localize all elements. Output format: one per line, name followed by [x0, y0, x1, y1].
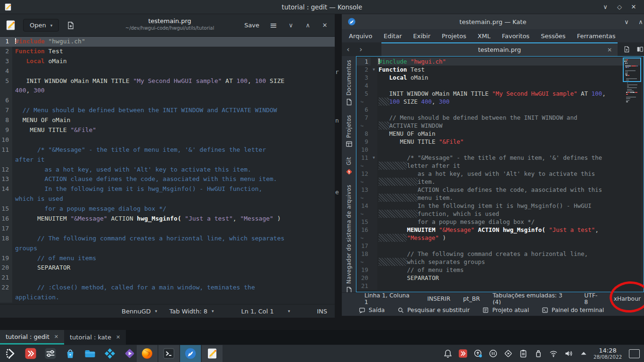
- tab-close-icon[interactable]: ✕: [116, 334, 120, 340]
- gedit-close-icon[interactable]: ✕: [322, 22, 328, 29]
- code-line[interactable]: 12 as a hot key, used with 'Alt' key to …: [0, 165, 335, 175]
- code-line[interactable]: 21: [356, 282, 644, 290]
- code-line[interactable]: ↪"Message" ): [356, 234, 644, 242]
- fold-arrow-icon[interactable]: ▼: [371, 66, 377, 74]
- code-line[interactable]: 7 // Menu should be defined between the …: [0, 106, 335, 115]
- code-line[interactable]: 14 In the following item it is hwg_Msgin…: [356, 202, 644, 210]
- tray-media-diamond-icon[interactable]: [504, 349, 513, 358]
- show-desktop-button[interactable]: [629, 349, 640, 358]
- code-line[interactable]: 14 In the following item it is hwg_Msgin…: [0, 184, 335, 194]
- code-line[interactable]: 9 MENU TITLE "&File": [0, 125, 335, 135]
- code-line[interactable]: 22 // :Close() method, called for a main…: [0, 283, 335, 293]
- tray-chevron-up-icon[interactable]: [579, 349, 588, 358]
- tab-close-icon[interactable]: ✕: [54, 334, 58, 340]
- launcher-dolphin-icon[interactable]: [84, 347, 96, 360]
- language-selector[interactable]: BennuGD ▾: [122, 308, 157, 315]
- cursor-position[interactable]: Ln 1, Col 1: [241, 308, 273, 315]
- menu-xml[interactable]: XML: [478, 33, 490, 40]
- gedit-code-area[interactable]: 1#include "hwgui.ch"2Function Test3 Loca…: [0, 37, 335, 304]
- code-line[interactable]: 15 for a popup message dialog box */: [0, 204, 335, 214]
- code-line[interactable]: 1#include "hwgui.ch": [356, 58, 644, 66]
- launcher-tweaks-icon[interactable]: [44, 347, 57, 360]
- code-line[interactable]: which is used: [0, 194, 335, 204]
- code-line[interactable]: 17: [356, 242, 644, 250]
- tray-pause-icon[interactable]: [488, 349, 498, 358]
- code-line[interactable]: 13 ACTION clause defines the code, aasoc…: [356, 186, 644, 194]
- code-line[interactable]: 20 SEPARATOR: [356, 274, 644, 282]
- chevron-down-icon[interactable]: ▾: [288, 309, 290, 313]
- code-line[interactable]: 15 for a popup message dialog box */: [356, 218, 644, 226]
- task-gedit[interactable]: [202, 345, 223, 362]
- code-line[interactable]: 21: [0, 273, 335, 283]
- menu-exibir[interactable]: Exibir: [413, 33, 430, 40]
- scrollbar[interactable]: [641, 57, 644, 292]
- menu-favoritos[interactable]: Favoritos: [502, 33, 529, 40]
- tool-button-search[interactable]: Pesquisar e substituir: [397, 307, 470, 313]
- code-line[interactable]: ↪item.: [356, 178, 644, 186]
- konsole-tab-tutorial-kate[interactable]: tutorial : kate✕: [64, 330, 126, 345]
- konsole-tab-tutorial-gedit[interactable]: tutorial : gedit✕: [0, 330, 64, 345]
- code-line[interactable]: application.: [0, 293, 335, 303]
- code-line[interactable]: 2▼Function Test: [356, 66, 644, 74]
- code-line[interactable]: 4: [356, 82, 644, 90]
- code-line[interactable]: 10: [356, 146, 644, 154]
- kate-maximize-icon[interactable]: ∧: [637, 18, 644, 25]
- clock[interactable]: 14:2828/08/2022: [592, 347, 623, 360]
- status-tab-settings[interactable]: Tabulações emuladas: 3 (4): [493, 292, 571, 305]
- tab-close-icon[interactable]: ✕: [607, 47, 612, 53]
- code-line[interactable]: 16 MENUITEM "&Message" ACTION hwg_Msginf…: [0, 214, 335, 224]
- minimize-icon[interactable]: ∨: [602, 3, 609, 10]
- tool-button-project[interactable]: Projeto atual: [482, 307, 529, 313]
- code-line[interactable]: 13 ACTION clause defines the code, aasoc…: [0, 174, 335, 184]
- back-icon[interactable]: ‹: [342, 42, 355, 56]
- minimap-viewport[interactable]: [623, 58, 641, 82]
- task-kate[interactable]: [180, 345, 201, 362]
- split-view-icon[interactable]: [636, 46, 644, 53]
- menu-arquivo[interactable]: Arquivo: [349, 33, 372, 40]
- insert-mode[interactable]: INS: [317, 308, 327, 315]
- code-line[interactable]: 19 // of menu items: [0, 254, 335, 263]
- tray-usb-icon[interactable]: [534, 349, 543, 358]
- code-line[interactable]: ↪menu item.: [356, 194, 644, 202]
- new-file-icon[interactable]: [623, 46, 630, 53]
- code-line[interactable]: 400, 300: [0, 86, 335, 96]
- code-line[interactable]: ↪which separates groups: [356, 258, 644, 266]
- menu-sessões[interactable]: Sessões: [541, 33, 566, 40]
- tray-bell-icon[interactable]: [443, 349, 453, 358]
- launcher-kodi-icon[interactable]: [104, 347, 116, 360]
- gedit-maximize-icon[interactable]: ∧: [305, 22, 311, 29]
- launcher-media-purple-icon[interactable]: [124, 347, 136, 360]
- tray-volume-icon[interactable]: [564, 349, 573, 358]
- code-line[interactable]: 12 as a hot key, used with 'Alt' key to …: [356, 170, 644, 178]
- launcher-red-arrows-app-icon[interactable]: [25, 347, 37, 360]
- status-dictionary[interactable]: pt_BR: [463, 296, 480, 302]
- code-line[interactable]: 3 Local oMain: [356, 74, 644, 82]
- tab-width-selector[interactable]: Tab Width: 8 ▾: [169, 308, 214, 315]
- code-line[interactable]: ↪100 SIZE 400, 300: [356, 98, 644, 106]
- code-line[interactable]: 4: [0, 66, 335, 76]
- code-line[interactable]: 8 MENU OF oMain: [356, 130, 644, 138]
- code-line[interactable]: 5 INIT WINDOW oMain MAIN TITLE "My Secon…: [0, 76, 335, 86]
- status-encoding[interactable]: UTF-8: [584, 292, 601, 305]
- status-input-mode[interactable]: INSERIR: [427, 296, 450, 302]
- code-line[interactable]: ↪letter after it: [356, 162, 644, 170]
- code-line[interactable]: 18 // The following command creates a ho…: [356, 250, 644, 258]
- launcher-kickoff-icon[interactable]: [5, 347, 17, 360]
- tray-wifi-icon[interactable]: [549, 349, 558, 358]
- code-line[interactable]: 19 // of menu items: [356, 266, 644, 274]
- forward-icon[interactable]: ›: [355, 42, 367, 56]
- code-line[interactable]: ↪ACTIVATE WINDOW: [356, 122, 644, 130]
- tray-updates-icon[interactable]: [473, 349, 483, 358]
- code-line[interactable]: 3 Local oMain: [0, 57, 335, 66]
- code-line[interactable]: 18 // The following command creates a ho…: [0, 234, 335, 244]
- kate-minimize-icon[interactable]: ∨: [623, 18, 630, 25]
- sidebar-toolview-git[interactable]: Git: [346, 157, 353, 175]
- status-cursor-position[interactable]: Linha 1, Coluna 1: [364, 292, 414, 305]
- code-line[interactable]: 6: [356, 106, 644, 114]
- tab-testemain[interactable]: testemain.prg ✕: [381, 42, 618, 56]
- launcher-discover-icon[interactable]: [64, 347, 76, 360]
- kate-editor[interactable]: 1#include "hwgui.ch"2▼Function Test3 Loc…: [356, 56, 644, 292]
- menu-editar[interactable]: Editar: [384, 33, 402, 40]
- maximize-icon[interactable]: ◇: [616, 3, 623, 10]
- tray-red-arrows-app-icon[interactable]: [458, 349, 468, 358]
